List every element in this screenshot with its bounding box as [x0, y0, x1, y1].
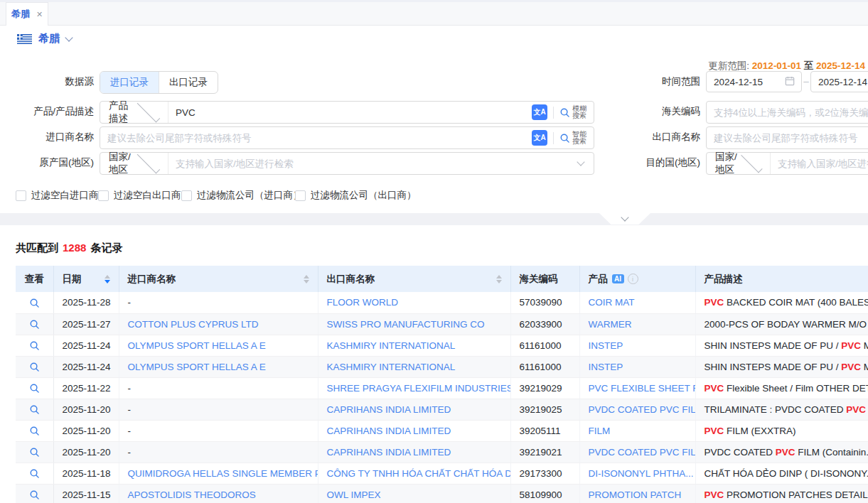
- importer-cell: QUIMIDROGA HELLAS SINGLE MEMBER PC: [119, 463, 318, 484]
- description-text: SHIN INSTEPS MADE OF PU /: [704, 340, 842, 351]
- importer-link[interactable]: COTTON PLUS CYPRUS LTD: [128, 319, 259, 330]
- importer-link[interactable]: APOSTOLIDIS THEODOROS: [128, 490, 256, 500]
- product-search-input[interactable]: [168, 102, 529, 123]
- view-record-icon[interactable]: [29, 490, 40, 500]
- product-link[interactable]: PROMOTION PATCH: [589, 490, 682, 500]
- start-date-field[interactable]: [707, 72, 785, 92]
- table-row: 2025-11-18QUIMIDROGA HELLAS SINGLE MEMBE…: [16, 463, 868, 484]
- product-link[interactable]: DI-ISONONYL PHTHA...: [589, 468, 694, 479]
- view-cell: [16, 399, 53, 420]
- checkbox-icon[interactable]: [181, 190, 192, 201]
- view-record-icon[interactable]: [29, 404, 40, 415]
- exporter-cell: SHREE PRAGYA FLEXIFILM INDUSTRIES: [318, 377, 510, 399]
- chevron-down-icon[interactable]: [577, 158, 584, 166]
- exporter-link[interactable]: CÔNG TY TNHH HÓA CHẤT CHẤT HÓA DẺ...: [327, 468, 511, 479]
- product-link[interactable]: COIR MAT: [589, 297, 635, 308]
- exporter-link[interactable]: SWISS PRO MANUFACTURING CO: [327, 319, 485, 330]
- importer-cell: -: [119, 399, 318, 420]
- exporter-link[interactable]: CAPRIHANS INDIA LIMITED: [327, 404, 451, 415]
- view-record-icon[interactable]: [29, 447, 40, 458]
- exporter-link[interactable]: CAPRIHANS INDIA LIMITED: [327, 426, 451, 436]
- product-link[interactable]: FILM: [589, 426, 611, 436]
- start-date-input[interactable]: [706, 71, 802, 92]
- filter-blank-exporter-checkbox[interactable]: 过滤空白出口商: [98, 189, 181, 202]
- export-records-button[interactable]: 出口记录: [159, 72, 218, 93]
- sort-icon[interactable]: [496, 275, 502, 283]
- checkbox-icon[interactable]: [16, 190, 26, 201]
- description-text: TRILAMINATE : PVDC COATED: [704, 404, 847, 415]
- filter-logistics-exporter-checkbox[interactable]: 过滤物流公司（出口商）: [295, 189, 417, 202]
- view-record-icon[interactable]: [29, 383, 40, 394]
- import-records-button[interactable]: 进口记录: [100, 72, 159, 93]
- checkbox-icon[interactable]: [98, 190, 109, 201]
- importer-link[interactable]: OLYMPUS SPORT HELLAS A E: [128, 340, 266, 351]
- exporter-link[interactable]: SHREE PRAGYA FLEXIFILM INDUSTRIES: [327, 383, 511, 394]
- date-cell: 2025-11-18: [53, 463, 119, 484]
- highlight-keyword: PVC: [846, 404, 866, 415]
- calendar-icon[interactable]: [785, 76, 795, 88]
- origin-country-control: 国家/地区: [100, 152, 594, 175]
- product-link[interactable]: PVDC COATED PVC FIL...: [589, 404, 696, 415]
- tab-greece[interactable]: 希腊 ✕: [6, 2, 48, 26]
- view-record-icon[interactable]: [29, 426, 40, 436]
- hs-code-label: 海关编码: [611, 101, 700, 122]
- date-cell: 2025-11-20: [53, 441, 119, 463]
- hs-code-cell: 39219029: [510, 377, 579, 399]
- view-record-icon[interactable]: [29, 340, 40, 351]
- update-range-end: 2025-12-14: [816, 60, 865, 71]
- view-cell: [16, 313, 53, 335]
- end-date-field[interactable]: [811, 72, 868, 92]
- importer-link[interactable]: QUIMIDROGA HELLAS SINGLE MEMBER PC: [128, 468, 318, 479]
- checkbox-icon[interactable]: [295, 190, 306, 201]
- view-record-icon[interactable]: [29, 362, 40, 372]
- product-link[interactable]: INSTEP: [589, 340, 623, 351]
- exporter-link[interactable]: KASHMIRY INTERNATIONAL: [327, 362, 456, 372]
- product-type-select[interactable]: 产品描述: [100, 102, 168, 123]
- dest-country-select[interactable]: 国家/地区: [707, 153, 771, 174]
- table-body: 2025-11-28-FLOOR WORLD57039090COIR MATPV…: [16, 292, 868, 503]
- fuzzy-search-button[interactable]: 模糊搜索: [559, 105, 586, 120]
- collapse-panel-button[interactable]: [599, 213, 650, 225]
- info-icon[interactable]: i: [628, 274, 638, 284]
- exporter-link[interactable]: CAPRIHANS INDIA LIMITED: [327, 447, 451, 458]
- close-icon[interactable]: ✕: [36, 11, 43, 18]
- product-cell: FILM: [579, 420, 695, 441]
- exporter-input[interactable]: [707, 127, 868, 148]
- chevron-down-icon[interactable]: [65, 33, 73, 41]
- sort-icon[interactable]: [304, 275, 309, 283]
- sort-icon[interactable]: [105, 275, 110, 283]
- exporter-link[interactable]: FLOOR WORLD: [327, 297, 399, 308]
- end-date-input[interactable]: [810, 71, 868, 92]
- col-header-exporter[interactable]: 出口商名称: [318, 266, 510, 292]
- view-record-icon[interactable]: [29, 468, 40, 479]
- col-header-importer[interactable]: 进口商名称: [119, 266, 318, 292]
- translate-icon[interactable]: 文A: [532, 104, 547, 120]
- translate-icon[interactable]: 文A: [532, 130, 547, 146]
- view-cell: [16, 377, 53, 399]
- importer-input[interactable]: [100, 127, 529, 148]
- exporter-link[interactable]: KASHMIRY INTERNATIONAL: [327, 340, 456, 351]
- filter-logistics-importer-checkbox[interactable]: 过滤物流公司（进口商）: [181, 189, 303, 202]
- product-link[interactable]: PVDC COATED PVC FIL...: [589, 447, 696, 458]
- view-record-icon[interactable]: [29, 319, 40, 330]
- product-link[interactable]: WARMER: [589, 319, 632, 330]
- origin-country-input[interactable]: [168, 153, 578, 174]
- summary-prefix: 共匹配到: [16, 242, 58, 254]
- importer-cell: -: [119, 441, 318, 463]
- smart-search-button[interactable]: 智能搜索: [559, 131, 586, 146]
- col-header-date[interactable]: 日期: [53, 266, 119, 292]
- filter-blank-importer-checkbox[interactable]: 过滤空白进口商: [16, 189, 99, 202]
- exporter-link[interactable]: OWL IMPEX: [327, 490, 381, 500]
- importer-link[interactable]: OLYMPUS SPORT HELLAS A E: [128, 362, 266, 372]
- results-table-wrap: 查看 日期 进口商名称 出口商名称 海关编码 产品 AI: [16, 266, 868, 503]
- origin-country-select[interactable]: 国家/地区: [100, 153, 168, 174]
- dest-country-input[interactable]: [771, 153, 868, 174]
- search-icon: [559, 107, 570, 118]
- description-cell: SHIN INSTEPS MADE OF PU / PVC M...: [695, 335, 868, 356]
- date-cell: 2025-11-20: [53, 420, 119, 441]
- exporter-cell: CAPRIHANS INDIA LIMITED: [318, 420, 510, 441]
- view-record-icon[interactable]: [29, 298, 40, 308]
- hs-code-input[interactable]: [707, 102, 868, 123]
- product-link[interactable]: INSTEP: [589, 362, 623, 372]
- product-link[interactable]: PVC FLEXIBLE SHEET F...: [589, 383, 696, 394]
